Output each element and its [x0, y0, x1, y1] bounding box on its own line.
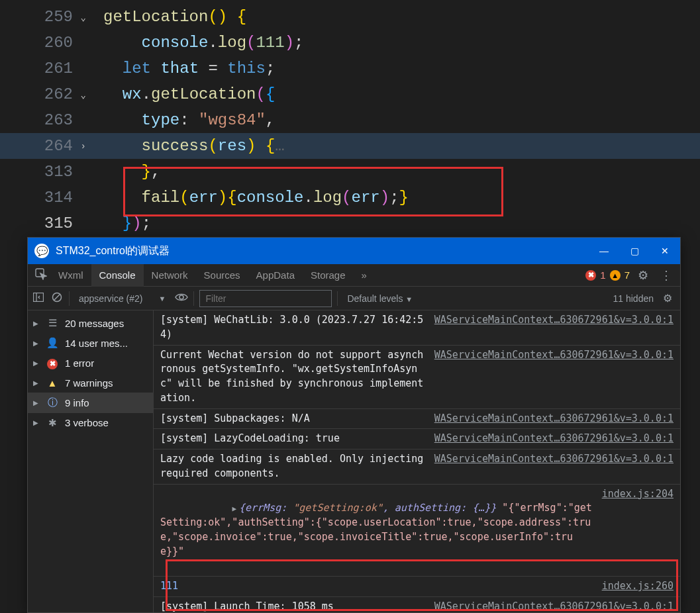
sidebar-item-label: 14 user mes... [65, 338, 128, 349]
chevron-down-icon: ▼ [405, 295, 413, 303]
code-line-314: 314 fail(err){console.log(err);} [0, 185, 700, 211]
sidebar-item-messages[interactable]: ▶ ☰ 20 messages [28, 313, 153, 333]
gutter-315[interactable]: 315 [0, 214, 85, 232]
console-filterbar: appservice (#2) ▼ Default levels ▼ 11 hi… [28, 287, 680, 310]
code-editor: 259⌄ getLocation() { 260 console.log(111… [0, 0, 700, 236]
expand-icon: ▶ [33, 340, 40, 347]
sidebar-item-label: 7 warnings [65, 377, 113, 389]
sidebar-item-verbose[interactable]: ▶ ✱ 3 verbose [28, 413, 153, 433]
code-line-259: 259⌄ getLocation() { [0, 4, 700, 30]
code-line-313: 313 }, [0, 159, 700, 185]
svg-point-5 [179, 295, 183, 299]
log-levels-selector[interactable]: Default levels ▼ [343, 293, 417, 304]
info-icon: ⓘ [46, 397, 58, 409]
code-line-260: 260 console.log(111); [0, 30, 700, 56]
kebab-menu-icon[interactable]: ⋮ [656, 268, 676, 283]
gutter-259[interactable]: 259⌄ [0, 8, 85, 26]
sidebar-item-errors[interactable]: ▶ ✖ 1 error [28, 353, 153, 373]
error-count-badge[interactable]: ✖ [585, 270, 596, 281]
code[interactable]: fail(err){console.log(err);} [85, 189, 409, 207]
sidebar-item-user[interactable]: ▶ 👤 14 user mes... [28, 333, 153, 353]
sidebar-item-warnings[interactable]: ▶ ▲ 7 warnings [28, 373, 153, 393]
live-expression-icon[interactable] [175, 293, 188, 304]
chevron-down-icon: ▼ [159, 295, 166, 303]
console-sidebar: ▶ ☰ 20 messages ▶ 👤 14 user mes... ▶ ✖ 1… [28, 310, 154, 612]
context-selector[interactable]: appservice (#2) ▼ [75, 293, 170, 304]
code[interactable]: wx.getLocation({ [85, 85, 275, 103]
warning-icon: ▲ [46, 377, 58, 389]
log-row: [system] Subpackages: N/AWAServiceMainCo… [154, 408, 680, 429]
code[interactable]: console.log(111); [85, 34, 304, 52]
fold-icon[interactable]: ⌄ [81, 11, 86, 23]
toggle-sidebar-icon[interactable] [32, 293, 45, 304]
log-source-link[interactable]: index.js:260 [602, 579, 674, 594]
gutter-262[interactable]: 262⌄ [0, 85, 85, 103]
gutter-264[interactable]: 264› [0, 137, 85, 155]
gutter-263[interactable]: 263 [0, 111, 85, 129]
gutter-313[interactable]: 313 [0, 163, 85, 181]
expand-icon: ▶ [33, 399, 40, 406]
filter-input[interactable] [199, 290, 332, 307]
gutter-261[interactable]: 261 [0, 60, 85, 77]
clear-console-icon[interactable] [50, 292, 64, 305]
fold-icon[interactable]: ⌄ [81, 89, 86, 100]
element-picker-icon[interactable] [32, 268, 50, 282]
expand-icon: ▶ [33, 359, 40, 367]
tab-sources[interactable]: Sources [196, 264, 248, 287]
tab-wxml[interactable]: Wxml [50, 264, 91, 287]
error-count: 1 [600, 269, 605, 281]
code-line-262: 262⌄ wx.getLocation({ [0, 81, 700, 107]
maximize-button[interactable]: ▢ [619, 238, 650, 264]
log-source-link[interactable]: WAServiceMainContext…630672961&v=3.0.0:1 [434, 452, 674, 481]
log-source-link[interactable]: WAServiceMainContext…630672961&v=3.0.0:1 [434, 432, 674, 446]
log-row: 111index.js:260 [154, 576, 680, 596]
log-row: Lazy code loading is enabled. Only injec… [154, 449, 680, 484]
code[interactable]: getLocation() { [85, 8, 246, 26]
user-icon: 👤 [46, 337, 58, 349]
code-line-261: 261 let that = this; [0, 56, 700, 81]
gutter-260[interactable]: 260 [0, 34, 85, 52]
app-icon: 💬 [34, 244, 49, 258]
expand-icon: ▶ [33, 320, 40, 327]
code[interactable]: let that = this; [85, 60, 275, 77]
log-row: [system] WeChatLib: 3.0.0 (2023.7.27 16:… [154, 310, 680, 345]
devtools-tabbar: Wxml Console Network Sources AppData Sto… [28, 264, 680, 287]
minimize-button[interactable]: — [589, 238, 619, 264]
devtools-window: 💬 STM32_control的调试器 — ▢ ✕ Wxml Console N… [27, 237, 681, 613]
code[interactable]: }, [85, 163, 160, 181]
error-icon: ✖ [46, 357, 58, 369]
log-source-link[interactable]: WAServiceMainContext…630672961&v=3.0.0:1 [434, 313, 674, 342]
tab-console[interactable]: Console [91, 264, 144, 287]
list-icon: ☰ [46, 317, 58, 329]
code-line-263: 263 type: "wgs84", [0, 107, 700, 133]
hidden-count[interactable]: 11 hidden [613, 293, 654, 304]
close-button[interactable]: ✕ [650, 238, 680, 264]
sidebar-item-label: 1 error [65, 357, 94, 369]
warning-count: 7 [625, 269, 630, 281]
warning-count-badge[interactable]: ▲ [610, 270, 621, 281]
log-source-link[interactable]: WAServiceMainContext…630672961&v=3.0.0:1 [434, 600, 674, 612]
tab-overflow[interactable]: » [354, 264, 375, 287]
gutter-314[interactable]: 314 [0, 189, 85, 207]
log-source-link[interactable]: WAServiceMainContext…630672961&v=3.0.0:1 [434, 348, 674, 406]
settings-icon[interactable]: ⚙ [634, 268, 652, 283]
log-source-link[interactable]: index.js:204 [602, 487, 674, 574]
tab-appdata[interactable]: AppData [248, 264, 303, 287]
titlebar[interactable]: 💬 STM32_control的调试器 — ▢ ✕ [28, 238, 680, 264]
console-settings-icon[interactable]: ⚙ [659, 292, 676, 305]
code[interactable]: }); [85, 214, 151, 232]
fold-expand-icon[interactable]: › [81, 141, 86, 152]
log-row: [system] LazyCodeLoading: trueWAServiceM… [154, 428, 680, 449]
tab-storage[interactable]: Storage [303, 264, 354, 287]
expand-icon[interactable]: ▶ [232, 504, 239, 513]
sidebar-item-label: 20 messages [65, 318, 124, 329]
window-title: STM32_control的调试器 [56, 244, 589, 258]
console-log-area[interactable]: [system] WeChatLib: 3.0.0 (2023.7.27 16:… [154, 310, 680, 612]
tab-network[interactable]: Network [144, 264, 196, 287]
code-line-315: 315 }); [0, 211, 700, 236]
expand-icon: ▶ [33, 419, 40, 426]
sidebar-item-info[interactable]: ▶ ⓘ 9 info [28, 393, 153, 413]
log-source-link[interactable]: WAServiceMainContext…630672961&v=3.0.0:1 [434, 412, 674, 426]
code[interactable]: type: "wgs84", [85, 111, 275, 129]
code[interactable]: success(res) {… [85, 137, 285, 155]
